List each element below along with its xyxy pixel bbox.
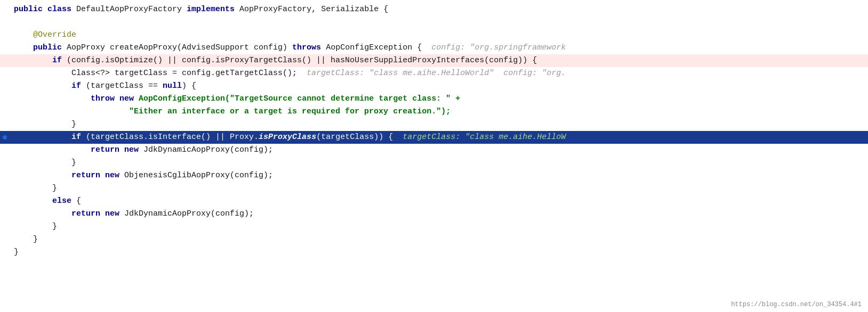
line-gutter <box>0 157 10 169</box>
line-gutter <box>0 105 10 118</box>
token-str: AopConfigException("TargetSource cannot … <box>139 94 460 103</box>
token-kw: throws <box>292 43 321 52</box>
code-line: return new JdkDynamicAopProxy(config); <box>0 208 868 220</box>
token-kw: public <box>14 5 43 14</box>
code-line: } <box>0 220 868 233</box>
line-gutter <box>0 3 10 16</box>
line-gutter <box>0 16 10 29</box>
token-kw: new <box>105 171 119 180</box>
line-gutter <box>0 246 10 259</box>
line-gutter <box>0 144 10 157</box>
line-gutter <box>0 233 10 246</box>
line-gutter <box>0 208 10 220</box>
code-text <box>10 16 39 29</box>
token-plain <box>119 145 124 154</box>
line-gutter <box>0 80 10 93</box>
code-text: return new ObjenesisCglibAopProxy(config… <box>10 169 279 182</box>
token-plain: } <box>33 235 38 244</box>
token-cmt: config: "org.springframework <box>431 43 566 52</box>
code-line: } <box>0 246 868 259</box>
token-plain: } <box>52 184 57 193</box>
token-kw: new <box>105 209 119 218</box>
token-plain: AopProxy createAopProxy(AdvisedSupport c… <box>62 43 292 52</box>
token-plain <box>100 209 105 218</box>
code-text: } <box>10 220 63 233</box>
line-gutter <box>0 169 10 182</box>
code-text: if (targetClass.isInterface() || Proxy.i… <box>10 131 572 144</box>
token-kw: null <box>163 81 182 91</box>
line-gutter <box>0 131 10 144</box>
token-plain: JdkDynamicAopProxy(config); <box>119 209 254 218</box>
code-line: throw new AopConfigException("TargetSour… <box>0 93 868 105</box>
token-plain: } <box>71 120 76 129</box>
token-kw: if <box>71 81 81 91</box>
token-kw: throw <box>91 94 115 103</box>
token-kw: implements <box>187 5 235 14</box>
line-gutter <box>0 67 10 80</box>
code-line: if (config.isOptimize() || config.isProx… <box>0 54 868 67</box>
token-kw: new <box>124 145 139 154</box>
token-plain <box>100 171 105 180</box>
token-plain: AopConfigException { <box>321 43 431 52</box>
code-line: } <box>0 233 868 246</box>
code-text: @Override <box>10 29 83 42</box>
code-text: "Either an interface or a target is requ… <box>10 105 457 118</box>
token-kw-italic: isProxyClass <box>259 133 316 142</box>
code-line: "Either an interface or a target is requ… <box>0 105 868 118</box>
token-kw: if <box>52 56 62 65</box>
code-text: public class DefaultAopProxyFactory impl… <box>10 3 395 16</box>
token-plain <box>134 94 139 103</box>
code-text: public AopProxy createAopProxy(AdvisedSu… <box>10 42 572 54</box>
line-gutter <box>0 220 10 233</box>
line-gutter <box>0 29 10 42</box>
line-gutter <box>0 195 10 208</box>
code-editor: public class DefaultAopProxyFactory impl… <box>0 0 868 312</box>
code-line: Class<?> targetClass = config.getTargetC… <box>0 67 868 80</box>
token-plain: AopProxyFactory, Serializable { <box>235 5 388 14</box>
token-kw: if <box>71 133 81 142</box>
code-line: @Override <box>0 29 868 42</box>
token-kw: public <box>33 43 62 52</box>
code-text: return new JdkDynamicAopProxy(config); <box>10 144 279 157</box>
code-line: return new JdkDynamicAopProxy(config); <box>0 144 868 157</box>
token-plain: (targetClass)) { <box>316 133 403 142</box>
token-plain <box>115 94 119 103</box>
token-plain: ) { <box>182 81 196 91</box>
token-plain: (targetClass.isInterface() || Proxy. <box>81 133 259 142</box>
url-bar: https://blog.csdn.net/on_34354.4#1 <box>731 300 862 310</box>
line-gutter <box>0 42 10 54</box>
line-gutter <box>0 54 10 67</box>
code-line: public AopProxy createAopProxy(AdvisedSu… <box>0 42 868 54</box>
token-kw: return <box>71 209 100 218</box>
code-line <box>0 16 868 29</box>
token-plain: ObjenesisCglibAopProxy(config); <box>119 171 273 180</box>
code-text: } <box>10 246 25 259</box>
line-gutter <box>0 118 10 131</box>
token-plain: { <box>71 196 81 206</box>
code-text: return new JdkDynamicAopProxy(config); <box>10 208 260 220</box>
code-line: } <box>0 118 868 131</box>
code-line: public class DefaultAopProxyFactory impl… <box>0 3 868 16</box>
code-line: return new ObjenesisCglibAopProxy(config… <box>0 169 868 182</box>
token-plain <box>43 5 47 14</box>
code-text: throw new AopConfigException("TargetSour… <box>10 93 467 105</box>
token-plain: (config.isOptimize() || config.isProxyTa… <box>62 56 537 65</box>
token-cmt: targetClass: "class me.aihe.HelloWorld" … <box>307 69 566 78</box>
token-plain: } <box>71 158 76 167</box>
code-text: } <box>10 157 83 169</box>
code-line: } <box>0 157 868 169</box>
token-plain: Class<?> targetClass = config.getTargetC… <box>71 69 307 78</box>
code-text: else { <box>10 195 87 208</box>
token-ann: @Override <box>33 30 76 39</box>
code-text: } <box>10 118 83 131</box>
line-gutter <box>0 182 10 195</box>
code-text: if (config.isOptimize() || config.isProx… <box>10 54 543 67</box>
token-kw: return <box>71 171 100 180</box>
token-plain: } <box>52 222 57 231</box>
code-text: Class<?> targetClass = config.getTargetC… <box>10 67 572 80</box>
code-text: if (targetClass == null) { <box>10 80 203 93</box>
code-line: } <box>0 182 868 195</box>
code-line: else { <box>0 195 868 208</box>
breakpoint-marker <box>3 135 7 139</box>
code-text: } <box>10 233 44 246</box>
